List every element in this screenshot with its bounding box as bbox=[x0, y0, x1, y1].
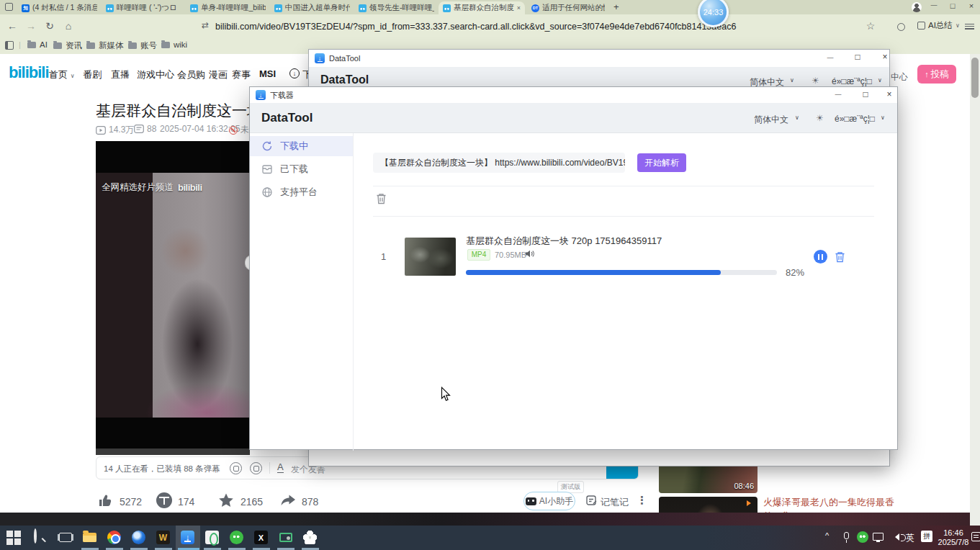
ai-assistant-button[interactable]: AI小助手 bbox=[523, 492, 575, 510]
upload-button[interactable]: ↑ 投稿 bbox=[917, 65, 956, 84]
browser-tab[interactable]: 领导先生-咩哩咩哩_b bbox=[354, 1, 439, 14]
ai-summary-chip[interactable]: AI总结 ∨ bbox=[917, 20, 960, 31]
bookmark-folder-wiki[interactable]: wiki bbox=[161, 40, 187, 49]
extension-icon[interactable] bbox=[897, 23, 905, 31]
theme-toggle-icon[interactable]: ☀ bbox=[812, 76, 819, 86]
theme-menu-label[interactable]: é»□æ¨ªç¦□ bbox=[835, 114, 875, 124]
danmaku-settings-icon[interactable] bbox=[250, 462, 262, 474]
window-title-bar[interactable]: ↓ DataTool bbox=[309, 50, 889, 67]
share-icon[interactable] bbox=[280, 492, 296, 508]
tray-expand-icon[interactable]: ^ bbox=[825, 531, 829, 540]
search-button[interactable] bbox=[32, 530, 48, 546]
display-tray-icon[interactable] bbox=[871, 530, 885, 544]
capcut-button[interactable]: X bbox=[253, 530, 269, 546]
audio-icon[interactable] bbox=[525, 249, 534, 258]
window-minimize-button[interactable]: — bbox=[831, 91, 845, 98]
screencast-button[interactable] bbox=[278, 530, 294, 546]
browser-close-button[interactable]: × bbox=[965, 1, 978, 10]
datatool-taskbar-button[interactable]: ↓ bbox=[180, 530, 196, 546]
browser-tab[interactable]: 咩哩咩哩 ( '-')つロ bbox=[102, 1, 186, 14]
sidebar-item-platforms[interactable]: 支持平台 bbox=[250, 182, 353, 202]
nav-vip-shop[interactable]: 会员购 bbox=[177, 68, 205, 81]
bookmark-folder-account[interactable]: 账号 bbox=[128, 40, 157, 51]
browser-maximize-button[interactable]: □ bbox=[946, 1, 959, 10]
ime-language-indicator[interactable]: 英 bbox=[906, 532, 914, 544]
bookmark-star-icon[interactable]: ☆ bbox=[864, 20, 877, 32]
wechat-button[interactable] bbox=[229, 530, 245, 546]
nav-home[interactable]: 首页 ∨ bbox=[49, 68, 74, 81]
site-info-icon[interactable]: ⇄ bbox=[199, 20, 212, 30]
wechat-tray-icon[interactable] bbox=[855, 530, 870, 544]
nav-manga[interactable]: 漫画 bbox=[209, 68, 228, 81]
refresh-icon[interactable]: ↻ bbox=[43, 20, 56, 32]
address-bar[interactable]: bilibili.com/video/BV19T3EzDEU4/?spm_id_… bbox=[215, 22, 849, 32]
wps-button[interactable]: W bbox=[156, 530, 171, 546]
back-icon[interactable]: ← bbox=[6, 20, 19, 32]
browser-minimize-button[interactable]: — bbox=[927, 1, 940, 9]
page-scrollbar[interactable] bbox=[970, 54, 980, 526]
danmaku-font-icon[interactable]: A bbox=[277, 462, 284, 473]
language-selector[interactable]: 简体中文 bbox=[754, 114, 788, 126]
volume-tray-icon[interactable] bbox=[889, 530, 899, 541]
more-actions-icon[interactable]: ⋮ bbox=[637, 494, 647, 507]
nav-msi[interactable]: MSI bbox=[259, 68, 276, 79]
sidebar-item-downloaded[interactable]: 已下载 bbox=[250, 159, 353, 179]
chrome-button[interactable] bbox=[107, 530, 122, 546]
new-tab-button[interactable]: + bbox=[613, 1, 619, 12]
danmaku-etiquette-icon[interactable] bbox=[230, 462, 242, 474]
browser-tab[interactable]: 知 (4 封私信 / 1 条消息) bbox=[17, 1, 102, 14]
bilibili-logo[interactable]: bilibili bbox=[9, 63, 49, 82]
theme-menu-label[interactable]: é»□æ¨ªç¦□ bbox=[832, 76, 872, 86]
tab-close-icon[interactable]: × bbox=[517, 4, 521, 12]
app-oval-button[interactable] bbox=[204, 530, 220, 546]
ime-mode-indicator[interactable]: 拼 bbox=[920, 530, 933, 543]
taskbar-clock[interactable]: 16:46 2025/7/8 bbox=[935, 528, 972, 547]
window-minimize-button[interactable]: — bbox=[823, 54, 837, 61]
window-title-bar[interactable]: ↓ 下载器 bbox=[250, 87, 897, 103]
window-close-button[interactable]: × bbox=[882, 89, 896, 99]
like-icon[interactable] bbox=[98, 492, 114, 508]
note-label[interactable]: 记笔记 bbox=[601, 496, 629, 509]
browser-tab[interactable]: DT 适用于任何网站的快速 bbox=[527, 1, 609, 14]
download-client-icon[interactable]: ↓ bbox=[289, 68, 300, 78]
window-close-button[interactable]: × bbox=[878, 52, 892, 62]
delete-item-trash-icon[interactable] bbox=[834, 251, 846, 263]
file-explorer-button[interactable] bbox=[82, 530, 98, 546]
url-input[interactable]: 【基层群众自治制度这一块】 https://www.bilibili.com/v… bbox=[373, 153, 625, 173]
nav-anime[interactable]: 番剧 bbox=[83, 68, 102, 81]
favorite-icon[interactable] bbox=[218, 492, 234, 508]
flower-app-button[interactable] bbox=[302, 530, 318, 546]
coin-icon[interactable] bbox=[156, 492, 172, 508]
browser-tab[interactable]: 中国进入超单身时代_ bbox=[270, 1, 354, 14]
parse-button[interactable]: 开始解析 bbox=[637, 153, 686, 172]
player-control-strip[interactable] bbox=[96, 448, 250, 455]
home-icon[interactable]: ⌂ bbox=[62, 20, 75, 32]
page-scrollbar-thumb[interactable] bbox=[971, 58, 979, 98]
action-center-button[interactable] bbox=[969, 530, 980, 544]
window-restore-button[interactable]: □ bbox=[858, 89, 873, 99]
browser-menu-icon[interactable] bbox=[965, 22, 974, 30]
browser-tab-active[interactable]: 基层群众自治制度 × bbox=[439, 1, 525, 14]
video-player[interactable]: 全网精选好片频道bilibili bbox=[96, 141, 250, 455]
start-button[interactable] bbox=[6, 530, 22, 546]
nav-live[interactable]: 直播 bbox=[111, 68, 130, 81]
task-view-button[interactable] bbox=[58, 530, 73, 546]
bookmark-folder-media[interactable]: 新媒体 bbox=[86, 40, 124, 51]
browser-app-button[interactable] bbox=[131, 530, 147, 546]
note-icon[interactable] bbox=[586, 495, 598, 506]
window-maximize-button[interactable]: □ bbox=[850, 52, 865, 62]
clear-list-trash-icon[interactable] bbox=[375, 192, 387, 205]
nav-esports[interactable]: 赛事 bbox=[232, 68, 251, 81]
side-panel-icon[interactable] bbox=[5, 41, 14, 50]
microphone-tray-icon[interactable] bbox=[840, 530, 853, 541]
nav-game-center[interactable]: 游戏中心 bbox=[137, 68, 174, 81]
restore-tabs-icon[interactable] bbox=[5, 3, 13, 11]
bookmark-folder-ai[interactable]: AI bbox=[27, 40, 48, 49]
downloader-window[interactable]: ↓ 下载器 — □ × DataTool 简体中文 ∨ ☀ é»□æ¨ªç¦□ … bbox=[249, 86, 898, 450]
browser-tab[interactable]: 单身-咩哩咩哩_bilibili bbox=[186, 1, 270, 14]
theme-toggle-icon[interactable]: ☀ bbox=[816, 113, 824, 123]
pause-button[interactable] bbox=[814, 250, 827, 263]
sidebar-item-downloading[interactable]: 下载中 bbox=[250, 136, 353, 156]
browser-profile-avatar[interactable] bbox=[912, 2, 922, 12]
forward-icon[interactable]: → bbox=[24, 20, 37, 32]
